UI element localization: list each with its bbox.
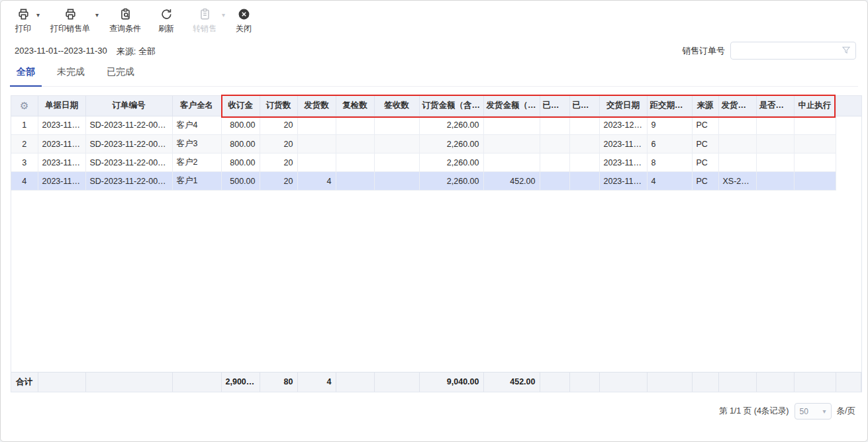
print-sales-order-button[interactable]: 打印销售单 (50, 7, 90, 34)
cell (540, 116, 569, 135)
column-header[interactable]: 发货单号 (718, 96, 756, 116)
column-header[interactable]: 客户全名 (172, 96, 221, 116)
column-header[interactable]: 签收数 (374, 96, 419, 116)
summary-cell (38, 372, 85, 392)
page-info: 第 1/1 页 (4条记录) (719, 406, 789, 417)
cell: 客户2 (172, 154, 221, 172)
orders-grid: ⚙单据日期订单编号客户全名收订金订货数发货数复检数签收数订货金额（含税）发货金额… (11, 95, 862, 392)
cell (540, 154, 569, 172)
column-header[interactable]: 是否完成 (756, 96, 794, 116)
table-row[interactable]: 12023-11-22SD-2023-11-22-000...客户4800.00… (11, 116, 861, 135)
cell-link[interactable]: SD-2023-11-22-000... (85, 135, 172, 154)
cell (336, 172, 374, 191)
cell (756, 135, 794, 154)
sales-order-search: 销售订单号 (682, 42, 856, 60)
summary-row: 合计2,900.008049,040.00452.00 (11, 372, 861, 392)
cell: 2023-11-30 (599, 154, 647, 172)
cell (756, 154, 794, 172)
cell (374, 116, 419, 135)
cell-link[interactable]: 800.00 (221, 154, 260, 172)
row-filler (836, 116, 861, 135)
cell: PC (692, 154, 718, 172)
sales-order-no-label: 销售订单号 (682, 45, 725, 57)
close-button[interactable]: 关闭 (236, 7, 252, 34)
column-header[interactable]: 收订金 (221, 96, 260, 116)
summary-cell: 452.00 (483, 372, 540, 392)
sales-order-no-field (730, 42, 856, 60)
cell (336, 116, 374, 135)
cell-link[interactable]: XS-2023... (718, 172, 756, 191)
cell: 8 (647, 154, 692, 172)
cell: 1 (11, 116, 38, 135)
cell (794, 154, 836, 172)
page-size-value: 50 (800, 407, 808, 416)
table-row[interactable]: 22023-11-22SD-2023-11-22-000...客户3800.00… (11, 135, 861, 154)
cell-link[interactable]: 800.00 (221, 116, 260, 135)
print-sales-order-label: 打印销售单 (50, 23, 90, 34)
cell: 20 (260, 135, 297, 154)
cell: 2,260.00 (419, 172, 483, 191)
gear-icon[interactable]: ⚙ (20, 100, 28, 111)
sales-order-no-input[interactable] (730, 42, 856, 60)
summary-cell (794, 372, 836, 392)
column-header[interactable]: 中止执行 (794, 96, 836, 116)
column-header[interactable]: 已开票 (569, 96, 599, 116)
close-circle-icon (238, 7, 250, 21)
row-filler (836, 172, 861, 191)
column-header[interactable]: 交货日期 (599, 96, 647, 116)
tab-incomplete[interactable]: 未完成 (50, 66, 91, 87)
column-header[interactable]: 订货金额（含税） (419, 96, 483, 116)
column-header[interactable]: 订单编号 (85, 96, 172, 116)
convert-to-sales-dropdown-caret: ▾ (222, 11, 225, 19)
refresh-button[interactable]: 刷新 (158, 7, 174, 34)
page-size-select[interactable]: 50 ▾ (795, 403, 832, 420)
summary-cell (756, 372, 794, 392)
cell (794, 116, 836, 135)
clipboard-search-icon (119, 7, 132, 21)
column-header[interactable]: 发货金额（含税 (483, 96, 540, 116)
cell-link[interactable]: 800.00 (221, 135, 260, 154)
tab-all[interactable]: 全部 (10, 66, 42, 87)
grid-rows: 12023-11-22SD-2023-11-22-000...客户4800.00… (11, 116, 861, 191)
column-header[interactable]: 来源 (692, 96, 718, 116)
cell: 2023-11-28 (599, 135, 647, 154)
print-dropdown-caret[interactable]: ▾ (36, 11, 40, 19)
close-label: 关闭 (236, 23, 252, 34)
table-row[interactable]: 42023-11-22SD-2023-11-22-000...客户1500.00… (11, 172, 861, 191)
cell-link[interactable]: SD-2023-11-22-000... (85, 172, 172, 191)
row-filler (836, 135, 861, 154)
cell-link[interactable]: 500.00 (221, 172, 260, 191)
cell (756, 116, 794, 135)
summary-cell (647, 372, 692, 392)
cell: 20 (260, 116, 297, 135)
header-row: ⚙单据日期订单编号客户全名收订金订货数发货数复检数签收数订货金额（含税）发货金额… (11, 96, 861, 116)
cell (569, 116, 599, 135)
cell (336, 135, 374, 154)
tab-completed[interactable]: 已完成 (100, 66, 141, 87)
cell-link[interactable]: SD-2023-11-22-000... (85, 154, 172, 172)
query-conditions-button[interactable]: 查询条件 (109, 7, 141, 34)
convert-to-sales-label: 转销售 (193, 23, 217, 34)
summary-cell (692, 372, 718, 392)
cell (756, 172, 794, 191)
column-header[interactable]: 单据日期 (38, 96, 85, 116)
filter-funnel-icon[interactable] (841, 45, 851, 56)
cell-link[interactable]: 4 (297, 172, 336, 191)
cell: 9 (647, 116, 692, 135)
cell-link[interactable]: 452.00 (483, 172, 540, 191)
cell (483, 135, 540, 154)
column-header[interactable]: 已结算 (540, 96, 569, 116)
column-header[interactable]: 订货数 (260, 96, 297, 116)
cell: 2,260.00 (419, 135, 483, 154)
settings-column-header[interactable]: ⚙ (11, 96, 38, 116)
column-header[interactable]: 距交期（天） (647, 96, 692, 116)
print-button[interactable]: 打印 (15, 7, 31, 34)
column-header[interactable]: 复检数 (336, 96, 374, 116)
cell-link[interactable]: SD-2023-11-22-000... (85, 116, 172, 135)
summary-cell (599, 372, 647, 392)
toolbar: 打印 ▾ 打印销售单 ▾ 查询条件 刷新 转销售 ▾ (15, 7, 252, 34)
print-sales-order-dropdown-caret[interactable]: ▾ (95, 11, 99, 19)
cell: 客户4 (172, 116, 221, 135)
table-row[interactable]: 32023-11-22SD-2023-11-22-000...客户2800.00… (11, 154, 861, 172)
column-header[interactable]: 发货数 (297, 96, 336, 116)
